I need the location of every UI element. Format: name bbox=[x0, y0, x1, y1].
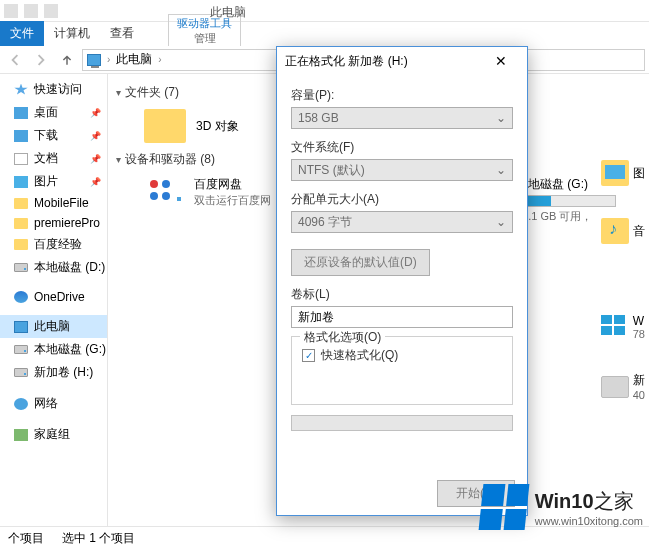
device-item-drive[interactable]: 新40 bbox=[601, 356, 645, 417]
homegroup-icon bbox=[14, 429, 28, 441]
capacity-select[interactable]: 158 GB⌄ bbox=[291, 107, 513, 129]
contextual-tab-label: 管理 bbox=[177, 31, 232, 46]
window-title: 此电脑 bbox=[210, 4, 246, 21]
nav-forward-button[interactable] bbox=[30, 49, 52, 71]
svg-point-0 bbox=[150, 180, 158, 188]
sidebar-item-this-pc[interactable]: 此电脑 bbox=[0, 315, 107, 338]
windows-drive-icon bbox=[601, 315, 629, 339]
pin-icon: 📌 bbox=[90, 108, 101, 118]
svg-point-1 bbox=[162, 180, 170, 188]
qat-item[interactable] bbox=[4, 4, 18, 18]
capacity-label: 容量(P): bbox=[291, 87, 513, 104]
onedrive-icon bbox=[14, 291, 28, 303]
folder-icon bbox=[14, 218, 28, 229]
right-partial-column: 图 音 W78 新40 GB bbox=[601, 144, 645, 425]
quick-format-checkbox[interactable]: ✓ 快速格式化(Q) bbox=[302, 347, 502, 364]
svg-point-2 bbox=[150, 192, 158, 200]
qat-item[interactable] bbox=[24, 4, 38, 18]
ribbon: 文件 计算机 查看 驱动器工具 管理 bbox=[0, 22, 649, 46]
document-icon bbox=[14, 153, 28, 165]
folder-icon bbox=[14, 239, 28, 250]
qat-item[interactable] bbox=[44, 4, 58, 18]
sidebar-item-drive[interactable]: 新加卷 (H:) bbox=[0, 361, 107, 384]
navigation-pane: 快速访问 桌面📌 下载📌 文档📌 图片📌 MobileFile premiere… bbox=[0, 74, 108, 526]
sidebar-item-desktop[interactable]: 桌面📌 bbox=[0, 101, 107, 124]
sidebar-item-documents[interactable]: 文档📌 bbox=[0, 147, 107, 170]
tab-view[interactable]: 查看 bbox=[100, 21, 144, 46]
pin-icon: 📌 bbox=[90, 131, 101, 141]
chevron-down-icon: ⌄ bbox=[496, 215, 506, 229]
status-item-count: 个项目 bbox=[8, 530, 44, 547]
tab-file[interactable]: 文件 bbox=[0, 21, 44, 46]
music-icon bbox=[601, 218, 629, 244]
folder-item[interactable]: 图 bbox=[601, 144, 645, 202]
volume-label-input[interactable] bbox=[291, 306, 513, 328]
sidebar-item-drive[interactable]: 本地磁盘 (G:) bbox=[0, 338, 107, 361]
chevron-right-icon: › bbox=[156, 54, 163, 65]
device-item-drive[interactable]: W78 bbox=[601, 298, 645, 356]
nav-back-button[interactable] bbox=[4, 49, 26, 71]
chevron-down-icon: ⌄ bbox=[496, 111, 506, 125]
pc-icon bbox=[14, 321, 28, 333]
sidebar-item-folder[interactable]: 百度经验 bbox=[0, 233, 107, 256]
sidebar-item-drive[interactable]: 本地磁盘 (D:) bbox=[0, 256, 107, 279]
chevron-down-icon: ⌄ bbox=[496, 163, 506, 177]
watermark: Win10之家 www.win10xitong.com bbox=[481, 484, 643, 530]
dialog-titlebar[interactable]: 正在格式化 新加卷 (H:) ✕ bbox=[277, 47, 527, 75]
allocation-unit-select[interactable]: 4096 字节⌄ bbox=[291, 211, 513, 233]
filesystem-label: 文件系统(F) bbox=[291, 139, 513, 156]
volume-label-label: 卷标(L) bbox=[291, 286, 513, 303]
svg-point-3 bbox=[162, 192, 170, 200]
format-options-legend: 格式化选项(O) bbox=[300, 329, 385, 346]
sidebar-item-folder[interactable]: MobileFile bbox=[0, 193, 107, 213]
quick-access-toolbar: 此电脑 bbox=[0, 0, 649, 22]
close-button[interactable]: ✕ bbox=[483, 49, 519, 73]
allocation-unit-label: 分配单元大小(A) bbox=[291, 191, 513, 208]
windows-logo-icon bbox=[478, 484, 529, 530]
drive-icon bbox=[601, 376, 629, 398]
chevron-right-icon: › bbox=[105, 54, 112, 65]
baidu-icon bbox=[144, 176, 184, 204]
format-progress-bar bbox=[291, 415, 513, 431]
checkbox-icon: ✓ bbox=[302, 349, 315, 362]
sidebar-item-pictures[interactable]: 图片📌 bbox=[0, 170, 107, 193]
partial-text: GB bbox=[511, 413, 645, 425]
sidebar-item-homegroup[interactable]: 家庭组 bbox=[0, 423, 107, 446]
disclosure-icon: ▾ bbox=[116, 154, 121, 165]
star-icon bbox=[14, 84, 28, 96]
network-icon bbox=[14, 398, 28, 410]
this-pc-icon bbox=[87, 54, 101, 66]
folder-item[interactable]: 3D 对象 bbox=[144, 105, 264, 147]
desktop-icon bbox=[14, 107, 28, 119]
tab-computer[interactable]: 计算机 bbox=[44, 21, 100, 46]
sidebar-item-onedrive[interactable]: OneDrive bbox=[0, 287, 107, 307]
disclosure-icon: ▾ bbox=[116, 87, 121, 98]
sidebar-item-quick-access[interactable]: 快速访问 bbox=[0, 78, 107, 101]
picture-icon bbox=[14, 176, 28, 188]
restore-defaults-button[interactable]: 还原设备的默认值(D) bbox=[291, 249, 430, 276]
breadcrumb[interactable]: 此电脑 bbox=[116, 51, 152, 68]
download-icon bbox=[14, 130, 28, 142]
pictures-icon bbox=[601, 160, 629, 186]
filesystem-select[interactable]: NTFS (默认)⌄ bbox=[291, 159, 513, 181]
sidebar-item-downloads[interactable]: 下载📌 bbox=[0, 124, 107, 147]
format-options-group: 格式化选项(O) ✓ 快速格式化(Q) bbox=[291, 336, 513, 405]
folder-icon bbox=[14, 198, 28, 209]
sidebar-item-folder[interactable]: premierePro bbox=[0, 213, 107, 233]
pin-icon: 📌 bbox=[90, 154, 101, 164]
drive-icon bbox=[14, 345, 28, 354]
pin-icon: 📌 bbox=[90, 177, 101, 187]
folder-item[interactable]: 音 bbox=[601, 202, 645, 260]
drive-icon bbox=[14, 263, 28, 272]
sidebar-item-network[interactable]: 网络 bbox=[0, 392, 107, 415]
folder-icon bbox=[144, 109, 186, 143]
status-selection: 选中 1 个项目 bbox=[62, 530, 135, 547]
dialog-title: 正在格式化 新加卷 (H:) bbox=[285, 53, 408, 70]
drive-icon bbox=[14, 368, 28, 377]
device-item-baidu[interactable]: 百度网盘双击运行百度网 bbox=[144, 172, 284, 228]
nav-up-button[interactable] bbox=[56, 49, 78, 71]
format-dialog: 正在格式化 新加卷 (H:) ✕ 容量(P): 158 GB⌄ 文件系统(F) … bbox=[276, 46, 528, 516]
